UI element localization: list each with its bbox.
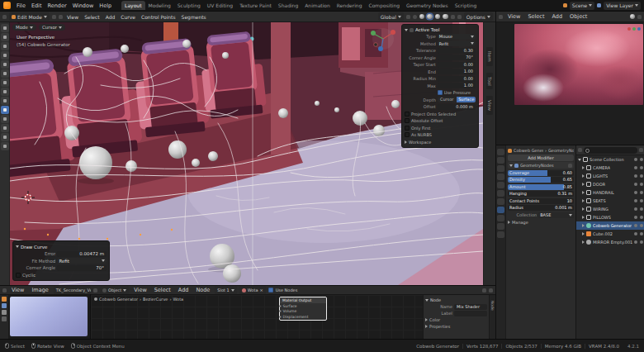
node-name-field[interactable]: Mix Shader (454, 304, 487, 310)
view-layer-selector[interactable]: View Layer (604, 2, 641, 10)
n-panel-tab-view[interactable]: View (486, 96, 493, 115)
tool-measure[interactable] (1, 97, 9, 105)
outliner-item-cobweb-generator[interactable]: Cobweb Generator (576, 221, 644, 230)
outliner-type-icon[interactable] (578, 148, 582, 152)
only-first-checkbox[interactable] (405, 126, 410, 131)
vp-menu-curve[interactable]: Curve (119, 14, 137, 20)
cam-menu-view[interactable]: View (505, 13, 523, 20)
mode-dropdown[interactable]: Edit Mode (9, 12, 50, 21)
render-toggle[interactable] (640, 207, 643, 211)
tab-modifiers-icon[interactable] (497, 207, 504, 213)
menu-window[interactable]: Window (70, 2, 97, 9)
node-color-section[interactable]: Color (425, 316, 487, 323)
vp-menu-control-points[interactable]: Control Points (140, 14, 178, 20)
tool-scale[interactable] (1, 69, 9, 78)
method-dropdown[interactable]: Refit (438, 40, 476, 46)
filter-icon[interactable] (639, 148, 643, 152)
render-toggle[interactable] (640, 158, 643, 161)
select-mode-segment-icon[interactable] (59, 15, 63, 19)
tab-tool-icon[interactable] (497, 149, 504, 155)
node-menu-add[interactable]: Add (176, 287, 192, 293)
taper-end-field[interactable]: 1.00 (438, 69, 476, 74)
menu-edit[interactable]: Edit (29, 2, 45, 9)
radius-field[interactable]: Radius0.001 m (508, 205, 574, 211)
tool-extrude[interactable] (1, 115, 9, 123)
render-toggle[interactable] (640, 240, 643, 244)
as-nurbs-checkbox[interactable] (405, 132, 410, 137)
image-canvas[interactable] (8, 295, 90, 339)
snap-magnet-icon[interactable] (406, 15, 410, 19)
tab-object-icon[interactable] (497, 198, 504, 205)
shading-rendered-icon[interactable] (443, 14, 448, 20)
vp-menu-select[interactable]: Select (83, 14, 102, 20)
corner-angle-field[interactable]: 70° (438, 55, 476, 60)
options-dropdown[interactable]: Options (464, 12, 493, 21)
menu-render[interactable]: Render (45, 2, 69, 9)
proportional-edit-icon[interactable] (413, 15, 417, 19)
cam-overlays-icon[interactable] (637, 15, 642, 19)
hide-toggle[interactable] (634, 199, 637, 202)
node-label-field[interactable] (454, 311, 487, 316)
hide-toggle[interactable] (634, 166, 637, 169)
workspace-tab-geometry-nodes[interactable]: Geometry Nodes (403, 1, 452, 10)
image-editor-type-icon[interactable] (2, 288, 7, 293)
overlays-icon[interactable] (451, 15, 455, 19)
render-toggle[interactable] (640, 174, 643, 178)
workspace-tab-compositing[interactable]: Compositing (365, 1, 403, 10)
node-menu-view[interactable]: View (131, 287, 149, 293)
camera-nav-gizmo[interactable] (627, 27, 641, 31)
type-dropdown[interactable]: Mouse (438, 34, 476, 40)
vp-menu-segments[interactable]: Segments (180, 14, 208, 20)
tool-mode-pill[interactable]: Mode (12, 24, 36, 31)
tool-cursor[interactable] (1, 42, 9, 50)
outliner-search-input[interactable] (584, 147, 637, 154)
hide-toggle[interactable] (634, 191, 637, 194)
menu-help[interactable]: Help (97, 2, 114, 9)
tool-draw-curve[interactable] (1, 106, 9, 114)
render-toggle[interactable] (640, 232, 643, 235)
image-tool-icon-1[interactable] (2, 297, 7, 302)
workspace-tab-texture-paint[interactable]: Texture Paint (236, 1, 275, 10)
cam-menu-add[interactable]: Add (550, 13, 566, 20)
socket-icon[interactable] (279, 310, 282, 312)
manage-section[interactable]: Manage (508, 219, 574, 226)
workspace-tab-modeling[interactable]: Modeling (145, 1, 174, 10)
depth-surface-option[interactable]: Surface (457, 97, 476, 102)
tab-data-icon[interactable] (497, 231, 504, 238)
node-panel-tab[interactable]: Node (490, 298, 495, 339)
op-corner-angle-field[interactable]: 70° (57, 265, 107, 271)
node-menu-node[interactable]: Node (193, 287, 212, 293)
material-unlink-icon[interactable]: × (259, 288, 263, 293)
menu-file[interactable]: File (14, 2, 28, 9)
vp-menu-view[interactable]: View (65, 14, 80, 20)
tool-tilt[interactable] (1, 133, 9, 141)
node-properties-section[interactable]: Properties (425, 323, 487, 330)
shader-editor-type-icon[interactable] (93, 288, 97, 293)
density-slider[interactable]: Density0.65 (508, 177, 574, 183)
hide-toggle[interactable] (634, 240, 637, 244)
image-tool-icon-3[interactable] (2, 310, 7, 315)
tab-physics-icon[interactable] (497, 215, 504, 221)
outliner-item-cube-002[interactable]: Cube.002 (576, 230, 644, 238)
outliner-item-seats[interactable]: SEATS (576, 197, 644, 205)
xray-icon[interactable] (457, 15, 462, 19)
hide-toggle[interactable] (634, 158, 637, 161)
shading-wireframe-icon[interactable] (419, 14, 425, 20)
radius-min-field[interactable]: 0.00 (438, 76, 476, 82)
workspace-tab-layout[interactable]: Layout (121, 1, 144, 10)
outliner-item-lights[interactable]: LIGHTS (576, 172, 644, 180)
error-field[interactable]: 0.00472 m (57, 251, 107, 257)
cam-menu-select[interactable]: Select (525, 13, 547, 20)
tolerance-field[interactable]: 0.30 (438, 48, 476, 54)
select-mode-point-icon[interactable] (52, 15, 56, 19)
fit-method-dropdown[interactable]: Refit (57, 258, 107, 264)
workspace-tab-sculpting[interactable]: Sculpting (174, 1, 204, 10)
tool-randomize[interactable] (1, 142, 9, 150)
workspace-tab-scripting[interactable]: Scripting (452, 1, 481, 10)
material-selector[interactable]: Wota × (239, 286, 266, 294)
workspace-tab-animation[interactable]: Animation (301, 1, 334, 10)
camera-editor-type-icon[interactable] (499, 15, 503, 19)
absolute-offset-checkbox[interactable] (405, 118, 410, 123)
hide-toggle[interactable] (634, 216, 637, 219)
n-panel-tab-item[interactable]: Item (486, 47, 493, 66)
